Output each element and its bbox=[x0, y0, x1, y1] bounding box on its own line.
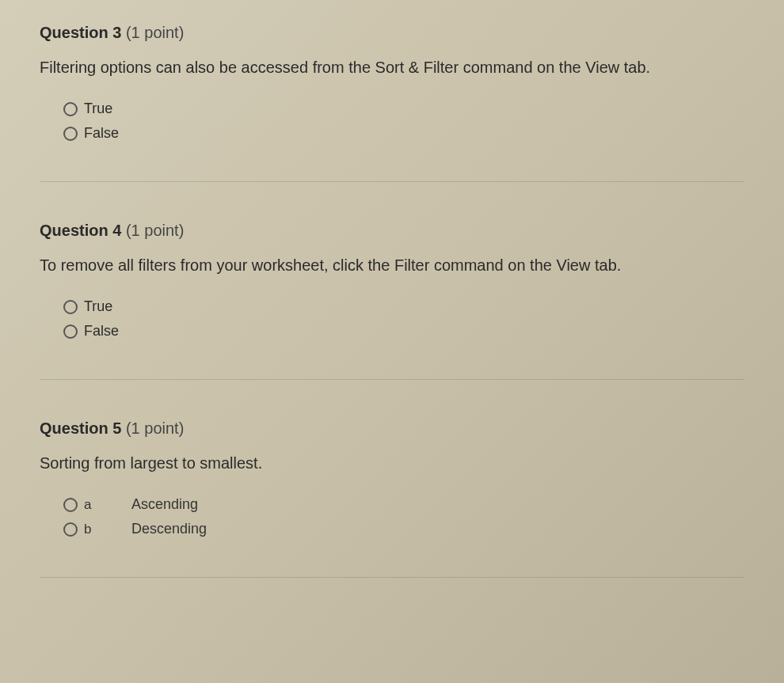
question-5-block: Question 5 (1 point) Sorting from larges… bbox=[40, 419, 744, 578]
question-3-header: Question 3 (1 point) bbox=[40, 24, 744, 42]
radio-icon bbox=[63, 498, 78, 512]
radio-icon bbox=[63, 300, 78, 314]
option-label: False bbox=[84, 323, 119, 340]
radio-icon bbox=[63, 324, 78, 339]
radio-icon bbox=[63, 522, 78, 537]
option-label: True bbox=[84, 101, 112, 117]
option-key: b bbox=[84, 522, 131, 537]
question-4-options: True False bbox=[40, 298, 744, 340]
question-4-block: Question 4 (1 point) To remove all filte… bbox=[40, 222, 744, 380]
question-5-points: (1 point) bbox=[126, 419, 184, 437]
question-3-block: Question 3 (1 point) Filtering options c… bbox=[40, 24, 744, 182]
radio-icon bbox=[63, 102, 78, 116]
option-label: Ascending bbox=[131, 496, 198, 513]
question-3-option-true[interactable]: True bbox=[63, 101, 744, 117]
option-key: a bbox=[84, 497, 131, 513]
option-label: Descending bbox=[131, 521, 207, 537]
question-4-points: (1 point) bbox=[126, 222, 184, 239]
option-label: True bbox=[84, 298, 112, 315]
question-4-header: Question 4 (1 point) bbox=[40, 222, 744, 240]
question-5-options: a Ascending b Descending bbox=[40, 496, 744, 537]
question-4-option-false[interactable]: False bbox=[63, 323, 744, 340]
question-4-option-true[interactable]: True bbox=[63, 298, 744, 315]
question-4-number: Question 4 bbox=[40, 222, 121, 239]
question-5-option-a[interactable]: a Ascending bbox=[63, 496, 744, 513]
option-label: False bbox=[84, 125, 119, 142]
question-3-option-false[interactable]: False bbox=[63, 125, 744, 142]
question-4-text: To remove all filters from your workshee… bbox=[40, 254, 744, 276]
question-5-text: Sorting from largest to smallest. bbox=[40, 452, 744, 474]
question-3-points: (1 point) bbox=[126, 24, 184, 41]
question-5-header: Question 5 (1 point) bbox=[40, 419, 744, 438]
question-5-number: Question 5 bbox=[40, 419, 121, 437]
question-3-text: Filtering options can also be accessed f… bbox=[40, 56, 744, 78]
question-3-options: True False bbox=[40, 101, 744, 142]
radio-icon bbox=[63, 127, 78, 141]
question-3-number: Question 3 bbox=[40, 24, 121, 41]
question-5-option-b[interactable]: b Descending bbox=[63, 521, 744, 537]
